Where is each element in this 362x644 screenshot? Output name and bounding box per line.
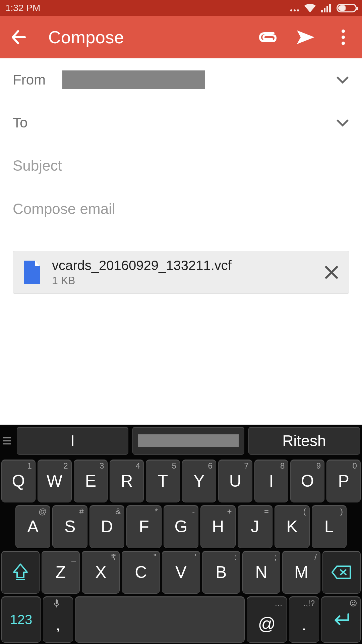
to-chevron-down-icon[interactable]: [336, 119, 349, 127]
key-backspace[interactable]: [322, 551, 361, 594]
key-shift[interactable]: [1, 551, 40, 594]
svg-rect-3: [329, 4, 331, 12]
key-period[interactable]: . .,!?: [289, 596, 319, 643]
key-comma[interactable]: ,: [43, 596, 73, 643]
remove-attachment-button[interactable]: [323, 264, 340, 280]
svg-rect-1: [324, 8, 325, 12]
soft-keyboard: I Ritesh Q1W2E3R4T5Y6U7I8O9P0 A@S#D&F*G-…: [0, 425, 362, 644]
key-x[interactable]: X₹: [82, 551, 120, 594]
key-u[interactable]: U7: [218, 460, 252, 502]
key-s[interactable]: S#: [52, 505, 87, 548]
suggestion-redacted: [138, 434, 239, 447]
suggestion-left[interactable]: I: [17, 427, 128, 455]
to-row[interactable]: To: [0, 101, 362, 144]
from-label: From: [13, 72, 62, 88]
key-h[interactable]: H+: [200, 505, 235, 548]
key-b[interactable]: B:: [202, 551, 240, 594]
attachment-name: vcards_20160929_133211.vcf: [52, 258, 313, 273]
mic-icon: [54, 599, 60, 607]
clock-text: 1:32 PM: [5, 3, 40, 13]
svg-rect-7: [56, 599, 58, 604]
to-label: To: [13, 115, 27, 131]
body-input[interactable]: Compose email: [13, 201, 349, 217]
key-e[interactable]: E3: [74, 460, 108, 502]
key-space[interactable]: [75, 596, 245, 643]
key-g[interactable]: G-: [164, 505, 198, 548]
key-v[interactable]: V': [162, 551, 200, 594]
svg-rect-0: [321, 10, 323, 12]
key-t[interactable]: T5: [146, 460, 180, 502]
compose-content: From To Subject Compose email vcards_201…: [0, 58, 362, 644]
key-at[interactable]: @ …: [247, 596, 287, 643]
key-q[interactable]: Q1: [1, 460, 36, 502]
svg-point-9: [352, 602, 353, 603]
key-o[interactable]: O9: [290, 460, 324, 502]
key-c[interactable]: C": [122, 551, 160, 594]
key-y[interactable]: Y6: [182, 460, 216, 502]
overflow-button[interactable]: [334, 28, 353, 47]
attach-button[interactable]: [259, 28, 278, 47]
send-button[interactable]: [296, 28, 315, 47]
status-icons: [290, 4, 357, 12]
wifi-icon: [304, 4, 316, 12]
app-bar: Compose: [0, 16, 362, 58]
back-button[interactable]: [9, 29, 27, 46]
key-k[interactable]: K(: [275, 505, 309, 548]
battery-icon: [337, 4, 357, 12]
from-chevron-down-icon[interactable]: [336, 76, 349, 84]
key-m[interactable]: M/: [282, 551, 320, 594]
cellular-icon: [321, 4, 331, 12]
attachment-chip[interactable]: vcards_20160929_133211.vcf 1 KB: [13, 251, 349, 294]
suggestion-center[interactable]: [132, 427, 244, 455]
ellipsis-icon: [290, 5, 299, 11]
key-a[interactable]: A@: [15, 505, 50, 548]
subject-row[interactable]: Subject: [0, 144, 362, 187]
body-area[interactable]: Compose email: [0, 187, 362, 217]
svg-point-4: [342, 30, 345, 33]
from-value-redacted: [62, 70, 205, 89]
key-p[interactable]: P0: [326, 460, 361, 502]
key-l[interactable]: L): [312, 505, 347, 548]
key-j[interactable]: J=: [238, 505, 273, 548]
key-w[interactable]: W2: [38, 460, 72, 502]
key-f[interactable]: F*: [126, 505, 161, 548]
page-title: Compose: [42, 27, 244, 47]
attachment-size: 1 KB: [52, 274, 313, 287]
svg-point-8: [350, 600, 356, 606]
emoji-icon: [350, 599, 357, 607]
key-d[interactable]: D&: [89, 505, 124, 548]
svg-rect-2: [326, 6, 328, 12]
key-enter[interactable]: [321, 596, 361, 643]
key-n[interactable]: N;: [242, 551, 281, 594]
subject-input[interactable]: Subject: [13, 157, 62, 174]
svg-point-5: [342, 36, 345, 39]
key-symbols[interactable]: 123: [1, 596, 41, 643]
from-row[interactable]: From: [0, 58, 362, 101]
status-bar: 1:32 PM: [0, 0, 362, 16]
key-i[interactable]: I8: [254, 460, 289, 502]
file-icon: [22, 261, 41, 284]
key-r[interactable]: R4: [110, 460, 144, 502]
svg-point-10: [354, 602, 355, 603]
svg-point-6: [342, 42, 345, 45]
suggestion-right[interactable]: Ritesh: [248, 427, 360, 455]
keyboard-menu-icon[interactable]: [2, 427, 13, 455]
key-z[interactable]: Z_: [42, 551, 80, 594]
